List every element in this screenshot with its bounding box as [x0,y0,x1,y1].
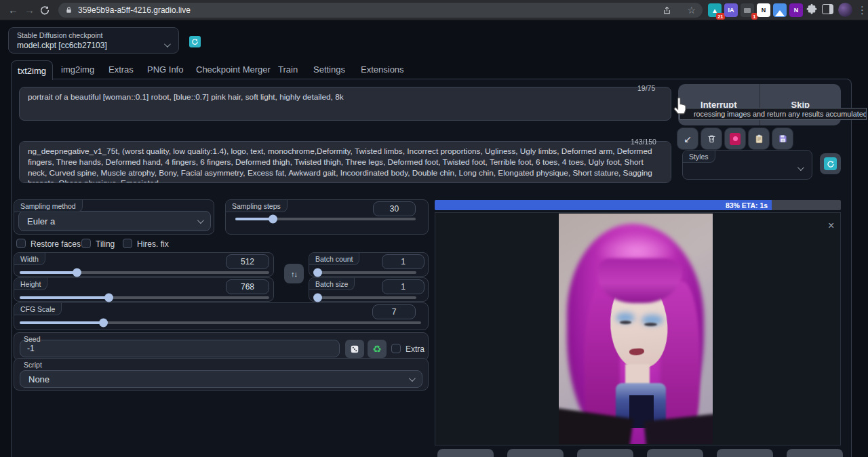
chevron-down-icon [197,217,204,224]
styles-dropdown[interactable]: Styles [682,150,812,180]
checkbox-icon [16,239,26,248]
chevron-down-icon [797,164,804,171]
checkbox-icon [123,239,132,248]
cfg-scale-label: CFG Scale [14,303,62,315]
seed-block: Seed ♻ Extra [14,332,429,361]
extension-camera-icon[interactable]: 1 [741,3,754,17]
batch-size-label: Batch size [309,278,355,290]
extension-timer-icon[interactable]: ▲ 21 [708,3,722,17]
refresh-icon [824,157,837,170]
random-seed-button[interactable] [345,340,364,358]
extensions-puzzle-icon[interactable] [806,3,818,16]
tiling-checkbox[interactable]: Tiling [81,237,115,250]
floppy-disk-icon [778,134,788,144]
sampling-method-value: Euler a [27,216,197,226]
browser-forward-icon[interactable]: → [24,3,35,18]
swap-dimensions-button[interactable]: ↑↓ [284,264,304,283]
seed-label: Seed [14,333,41,343]
tab-txt2img[interactable]: txt2img [11,60,53,80]
paste-generation-params-button[interactable]: ↙ [677,127,698,150]
address-bar[interactable]: 359e5b9a-a5ff-4216.gradio.live ☆ [58,3,703,18]
extension-timer-badge: 21 [716,13,725,20]
sampling-steps-block: Sampling steps [225,199,429,235]
cfg-scale-block: CFG Scale [14,302,429,330]
styles-refresh-button[interactable] [820,153,841,174]
output-action-button[interactable] [787,449,843,457]
prompt-counter: 19/75 [637,84,655,92]
cfg-scale-slider[interactable] [20,321,421,324]
checkpoint-dropdown[interactable]: Stable Diffusion checkpoint model.ckpt [… [8,27,179,54]
output-action-button[interactable] [507,449,564,457]
seed-extra-checkbox[interactable]: Extra [391,342,425,355]
width-input[interactable] [226,254,269,269]
checkbox-icon [391,344,401,353]
save-style-button[interactable] [772,127,793,150]
cfg-scale-input[interactable] [372,304,416,319]
extension-ia-icon[interactable]: IA [724,3,738,17]
batch-count-input[interactable] [382,254,425,269]
checkpoint-label: Stable Diffusion checkpoint [17,31,102,39]
tab-png-info[interactable]: PNG Info [147,64,183,75]
tab-train[interactable]: Train [278,64,298,75]
hires-fix-checkbox[interactable]: Hires. fix [123,237,169,250]
checkpoint-refresh-button[interactable] [189,36,201,47]
browser-back-icon[interactable]: ← [8,3,18,18]
prompt-input[interactable]: portrait of a beautiful [woman::0.1] rob… [19,87,671,121]
checkbox-icon [81,239,91,248]
card-icon [730,133,741,145]
extension-image-icon[interactable] [773,3,787,17]
bookmark-star-icon[interactable]: ☆ [687,3,696,18]
extra-networks-button[interactable] [724,127,746,150]
tab-checkpoint-merger[interactable]: Checkpoint Merger [196,64,271,75]
trash-icon [707,134,717,144]
progress-text: 83% ETA: 1s [726,201,772,210]
url-text: 359e5b9a-a5ff-4216.gradio.live [78,5,662,15]
share-icon[interactable] [662,5,672,16]
batch-size-input[interactable] [382,279,425,294]
sidebar-panel-icon[interactable] [822,4,833,14]
output-action-button[interactable] [647,449,703,457]
height-slider[interactable] [20,296,269,299]
sampling-steps-input[interactable] [373,201,416,216]
styles-label: Styles [683,151,715,163]
extension-onenote-icon[interactable]: N [789,3,803,17]
extension-notion-icon[interactable]: N [757,3,770,17]
sampling-method-select[interactable]: Euler a [18,211,211,231]
sampling-steps-label: Sampling steps [226,200,288,212]
lock-icon [65,6,73,14]
sampling-method-label: Sampling method [14,200,83,212]
tab-extras[interactable]: Extras [108,64,134,75]
width-slider[interactable] [20,271,269,274]
batch-size-slider[interactable] [315,296,416,299]
restore-faces-checkbox[interactable]: Restore faces [16,237,81,250]
sampling-method-block: Sampling method Euler a [14,199,214,235]
tab-img2img[interactable]: img2img [61,64,94,75]
progress-bar: 83% ETA: 1s [435,200,841,210]
profile-avatar[interactable] [838,3,852,17]
script-select[interactable]: None [20,370,422,388]
negative-prompt-input[interactable]: ng_deepnegative_v1_75t, (worst quality, … [19,141,671,183]
script-block: Script None [14,358,429,391]
output-action-button[interactable] [717,449,773,457]
mouse-cursor [671,96,690,117]
output-action-button[interactable] [577,449,633,457]
arrow-down-left-icon: ↙ [684,134,692,144]
browser-reload-icon[interactable] [39,5,50,16]
seed-input[interactable] [20,340,340,357]
close-image-icon[interactable]: × [828,220,834,232]
batch-count-slider[interactable] [315,271,416,274]
seed-extra-label: Extra [406,344,425,354]
sampling-steps-slider[interactable] [235,218,416,220]
recycle-icon: ♻ [372,343,381,355]
generated-image[interactable] [559,214,713,444]
browser-menu-icon[interactable]: ⋮ [857,3,867,18]
reuse-seed-button[interactable]: ♻ [368,340,387,358]
script-value: None [28,374,409,384]
apply-styles-button[interactable] [748,127,770,150]
output-action-button[interactable] [437,449,494,457]
clear-prompt-button[interactable] [701,127,722,150]
batch-count-block: Batch count [309,252,429,277]
tab-settings[interactable]: Settings [313,64,345,75]
height-input[interactable] [226,279,269,294]
tab-extensions[interactable]: Extensions [361,64,404,75]
